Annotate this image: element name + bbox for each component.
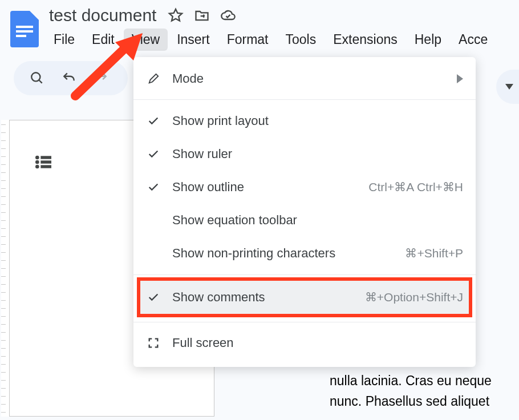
menu-bar: FileEditViewInsertFormatToolsExtensionsH… bbox=[46, 29, 496, 51]
menu-show-equation-toolbar[interactable]: Show equation toolbar bbox=[133, 204, 476, 237]
menu-show-outline[interactable]: Show outlineCtrl+⌘A Ctrl+⌘H bbox=[133, 171, 476, 204]
menu-show-ruler[interactable]: Show ruler bbox=[133, 138, 476, 171]
toolbar bbox=[14, 61, 128, 95]
menu-file[interactable]: File bbox=[46, 29, 83, 51]
svg-point-0 bbox=[31, 72, 40, 81]
svg-rect-6 bbox=[41, 165, 51, 168]
vertical-ruler bbox=[1, 120, 9, 417]
document-title[interactable]: test document bbox=[48, 3, 157, 27]
menu-insert[interactable]: Insert bbox=[169, 29, 218, 51]
undo-icon[interactable] bbox=[62, 71, 76, 86]
menu-show-non-printing-characters[interactable]: Show non-printing characters⌘+Shift+P bbox=[133, 237, 476, 270]
svg-point-1 bbox=[36, 156, 39, 159]
menu-format[interactable]: Format bbox=[219, 29, 277, 51]
search-icon[interactable] bbox=[30, 71, 44, 86]
menu-mode[interactable]: Mode bbox=[133, 63, 476, 95]
menu-edit[interactable]: Edit bbox=[84, 29, 123, 51]
svg-point-2 bbox=[36, 160, 39, 163]
redo-icon[interactable] bbox=[94, 71, 108, 86]
menu-help[interactable]: Help bbox=[407, 29, 449, 51]
svg-point-3 bbox=[36, 165, 39, 168]
document-outline-toggle[interactable] bbox=[31, 150, 56, 175]
svg-rect-5 bbox=[41, 161, 51, 163]
cloud-saved-icon[interactable] bbox=[220, 7, 236, 23]
menu-view[interactable]: View bbox=[124, 29, 168, 51]
menu-extensions[interactable]: Extensions bbox=[325, 29, 406, 51]
move-to-folder-icon[interactable] bbox=[194, 7, 210, 23]
menu-show-comments[interactable]: Show comments ⌘+Option+Shift+J bbox=[139, 280, 470, 315]
docs-logo[interactable] bbox=[10, 11, 39, 47]
menu-full-screen[interactable]: Full screen bbox=[133, 327, 476, 359]
view-menu-dropdown: Mode Show print layoutShow rulerShow out… bbox=[133, 57, 476, 367]
menu-show-print-layout[interactable]: Show print layout bbox=[133, 104, 476, 138]
svg-rect-4 bbox=[41, 156, 51, 159]
caret-down-icon bbox=[505, 84, 513, 90]
star-icon[interactable] bbox=[168, 7, 184, 23]
submenu-arrow-icon bbox=[457, 74, 463, 83]
menu-tools[interactable]: Tools bbox=[278, 29, 325, 51]
menu-acce[interactable]: Acce bbox=[451, 29, 496, 51]
